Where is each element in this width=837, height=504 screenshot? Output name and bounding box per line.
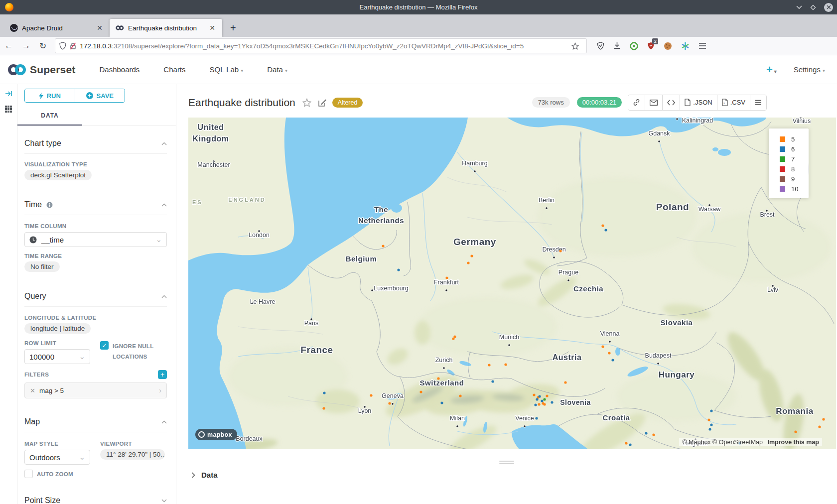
embed-code-button[interactable]	[662, 95, 680, 110]
earthquake-point[interactable]	[445, 276, 448, 279]
earthquake-point[interactable]	[533, 393, 535, 396]
earthquake-point[interactable]	[543, 398, 546, 400]
earthquake-point[interactable]	[538, 403, 540, 405]
earthquake-point[interactable]	[652, 433, 655, 436]
altered-badge[interactable]: Altered	[332, 98, 363, 108]
earthquake-point[interactable]	[601, 224, 604, 227]
downloads-icon[interactable]	[613, 42, 621, 50]
earthquake-point[interactable]	[818, 425, 821, 428]
improve-map-link[interactable]: Improve this map	[768, 439, 820, 446]
row-limit-select[interactable]: 100000 ⌄	[24, 349, 90, 364]
earthquake-point[interactable]	[604, 229, 607, 231]
earthquake-point[interactable]	[541, 399, 543, 402]
earthquake-point[interactable]	[822, 418, 825, 420]
earthquake-point[interactable]	[710, 423, 712, 426]
earthquake-point[interactable]	[708, 428, 711, 430]
earthquake-point[interactable]	[370, 394, 372, 396]
section-map[interactable]: Map	[24, 417, 167, 426]
earthquake-point[interactable]	[536, 398, 538, 400]
insecure-lock-icon[interactable]	[70, 42, 76, 50]
export-csv-button[interactable]: x.CSV	[717, 95, 750, 110]
earthquake-point[interactable]	[794, 430, 797, 433]
earthquake-point[interactable]	[452, 337, 454, 340]
earthquake-point[interactable]	[397, 268, 400, 271]
chart-menu-button[interactable]	[750, 95, 766, 110]
superset-logo[interactable]: Superset	[7, 64, 75, 76]
nav-sql-lab[interactable]: SQL Lab▾	[210, 65, 244, 74]
asterisk-extension-icon[interactable]	[681, 42, 690, 50]
reload-icon[interactable]: ↻	[35, 41, 51, 51]
earthquake-point[interactable]	[504, 363, 507, 366]
earthquake-point[interactable]	[543, 403, 546, 405]
add-new-button[interactable]: +▾	[766, 63, 777, 76]
earthquake-point[interactable]	[551, 401, 553, 403]
email-button[interactable]	[645, 95, 662, 110]
tab-close-icon[interactable]: ✕	[207, 24, 217, 32]
forward-icon[interactable]: →	[17, 41, 35, 51]
earthquake-point[interactable]	[538, 395, 541, 397]
ublock-shield-icon[interactable]: 2	[647, 42, 655, 50]
earthquake-point[interactable]	[625, 442, 627, 444]
copy-link-button[interactable]	[628, 95, 645, 110]
menu-hamburger-icon[interactable]	[698, 42, 706, 49]
section-time[interactable]: Time	[24, 200, 167, 209]
panel-resize-handle[interactable]	[499, 461, 514, 464]
earthquake-point[interactable]	[491, 380, 494, 382]
visualization-type-value[interactable]: deck.gl Scatterplot	[24, 170, 92, 180]
bookmark-star-icon[interactable]	[571, 42, 579, 50]
window-minimize-icon[interactable]	[796, 5, 802, 9]
earthquake-point[interactable]	[322, 407, 325, 409]
osm-attribution[interactable]: © OpenStreetMap	[712, 439, 763, 446]
earthquake-point[interactable]	[710, 409, 712, 412]
earthquake-point[interactable]	[608, 352, 610, 354]
lonlat-value[interactable]: longitude | latitude	[24, 323, 91, 334]
mapbox-attribution[interactable]: © Mapbox	[682, 439, 710, 446]
pocket-shield-icon[interactable]	[597, 42, 604, 50]
cookie-extension-icon[interactable]	[664, 42, 672, 50]
ignore-null-checkbox[interactable]: ✓	[100, 341, 109, 350]
earthquake-point[interactable]	[629, 443, 631, 446]
earthquake-point[interactable]	[382, 245, 384, 247]
earthquake-point[interactable]	[645, 432, 647, 434]
tab-earthquake-distribution[interactable]: Earthquake distribution ✕	[110, 19, 222, 37]
data-results-collapse[interactable]: Data	[191, 471, 837, 479]
remove-filter-icon[interactable]: ✕	[25, 387, 39, 394]
earthquake-point[interactable]	[564, 381, 566, 383]
window-close-icon[interactable]	[824, 3, 833, 12]
earthquake-point[interactable]	[611, 359, 614, 361]
back-icon[interactable]: ←	[0, 41, 17, 51]
settings-menu[interactable]: Settings▾	[794, 65, 825, 74]
edit-properties-icon[interactable]	[318, 99, 326, 107]
window-maximize-icon[interactable]	[810, 4, 816, 10]
section-point-size[interactable]: Point Size	[24, 496, 167, 504]
earthquake-point[interactable]	[470, 254, 473, 257]
nav-dashboards[interactable]: Dashboards	[99, 65, 140, 74]
map-style-select[interactable]: Outdoors ⌄	[24, 450, 90, 465]
tracking-shield-icon[interactable]	[59, 42, 66, 50]
new-tab-button[interactable]: +	[227, 22, 239, 34]
favorite-star-icon[interactable]	[302, 98, 311, 107]
earthquake-point[interactable]	[601, 345, 604, 348]
tab-apache-druid[interactable]: Apache Druid ✕	[4, 19, 110, 37]
earthquake-point[interactable]	[707, 418, 710, 421]
expand-dataset-panel-icon[interactable]	[5, 90, 12, 97]
deckgl-scatterplot-map[interactable]: ManchesterLondonLe HavreParisBordeauxLyo…	[188, 118, 836, 449]
save-button[interactable]: SAVE	[75, 89, 125, 102]
mapbox-logo[interactable]: mapbox	[195, 429, 237, 440]
tab-data[interactable]: DATA	[17, 108, 82, 126]
auto-zoom-checkbox[interactable]	[24, 470, 33, 478]
nav-charts[interactable]: Charts	[163, 65, 185, 74]
earthquake-point[interactable]	[388, 402, 391, 404]
extension-green-icon[interactable]	[630, 42, 638, 50]
earthquake-point[interactable]	[546, 394, 548, 397]
earthquake-point[interactable]	[440, 401, 443, 404]
tab-close-icon[interactable]: ✕	[95, 24, 105, 32]
earthquake-point[interactable]	[467, 261, 469, 264]
filter-expand-icon[interactable]: ›	[154, 386, 166, 394]
export-json-button[interactable]: .JSON	[680, 95, 716, 110]
time-range-value[interactable]: No filter	[24, 261, 60, 272]
earthquake-point[interactable]	[437, 377, 439, 379]
filter-chip[interactable]: ✕ mag > 5 ›	[24, 382, 167, 398]
time-column-select[interactable]: __time ⌄	[24, 232, 167, 247]
run-button[interactable]: RUN	[25, 89, 75, 102]
